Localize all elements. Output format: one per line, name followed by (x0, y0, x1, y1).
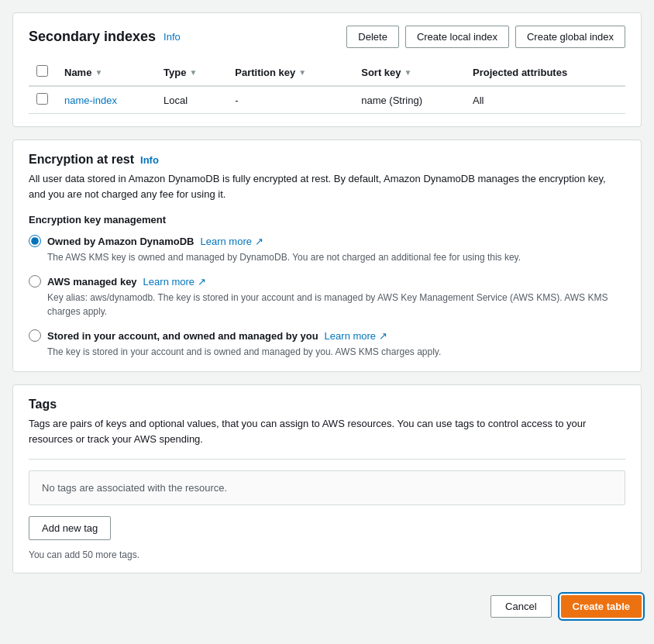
create-global-index-button[interactable]: Create global index (515, 26, 625, 48)
name-sort-arrow: ▼ (95, 68, 102, 77)
index-name-link[interactable]: name-index (64, 95, 117, 106)
header-actions: Delete Create local index Create global … (346, 26, 625, 48)
encryption-radio-owned[interactable] (29, 235, 41, 247)
tags-note: You can add 50 more tags. (29, 549, 139, 560)
index-sort-key-cell: name (String) (353, 86, 465, 114)
tags-divider (29, 459, 625, 460)
encryption-option-account: Stored in your account, and owned and ma… (29, 329, 625, 359)
encryption-owned-label: Owned by Amazon DynamoDB (47, 236, 194, 247)
index-type-cell: Local (156, 86, 227, 114)
partition-key-sort-arrow: ▼ (298, 68, 306, 77)
encryption-account-label: Stored in your account, and owned and ma… (47, 330, 318, 342)
encryption-title: Encryption at rest Info (29, 153, 625, 167)
encryption-aws-label: AWS managed key (47, 276, 137, 288)
index-projected-attributes-cell: All (465, 86, 625, 114)
delete-button[interactable]: Delete (346, 26, 399, 48)
encryption-owned-desc: The AWS KMS key is owned and managed by … (29, 250, 625, 264)
cancel-button[interactable]: Cancel (490, 595, 551, 618)
key-management-label: Encryption key management (29, 214, 625, 226)
encryption-aws-learn-more[interactable]: Learn more ↗ (143, 276, 206, 288)
sort-key-sort-arrow: ▼ (404, 68, 412, 77)
col-name: Name ▼ (57, 59, 156, 86)
encryption-option-aws-managed: AWS managed key Learn more ↗ Key alias: … (29, 275, 625, 319)
select-all-col (29, 59, 57, 86)
col-projected-attributes: Projected attributes (465, 59, 625, 86)
secondary-indexes-info-link[interactable]: Info (164, 31, 181, 43)
index-partition-key-cell: - (227, 86, 353, 114)
select-all-checkbox[interactable] (36, 65, 48, 77)
encryption-options: Owned by Amazon DynamoDB Learn more ↗ Th… (29, 235, 625, 359)
encryption-radio-aws-managed[interactable] (29, 275, 41, 288)
encryption-owned-learn-more[interactable]: Learn more ↗ (200, 236, 263, 247)
add-new-tag-button[interactable]: Add new tag (29, 516, 111, 540)
secondary-indexes-title: Secondary indexes (29, 29, 156, 45)
tags-title: Tags (29, 398, 625, 412)
secondary-indexes-section: Secondary indexes Info Delete Create loc… (12, 12, 642, 127)
encryption-aws-desc: Key alias: aws/dynamodb. The key is stor… (29, 291, 625, 319)
create-local-index-button[interactable]: Create local index (405, 26, 509, 48)
encryption-description: All user data stored in Amazon DynamoDB … (29, 171, 625, 201)
encryption-account-learn-more[interactable]: Learn more ↗ (325, 330, 387, 342)
tags-section: Tags Tags are pairs of keys and optional… (12, 384, 642, 573)
col-partition-key: Partition key ▼ (227, 59, 353, 86)
create-table-button[interactable]: Create table (561, 595, 642, 618)
encryption-account-desc: The key is stored in your account and is… (29, 345, 625, 359)
section-header: Secondary indexes Info Delete Create loc… (29, 26, 625, 48)
indexes-table: Name ▼ Type ▼ Partition key ▼ (29, 59, 625, 114)
encryption-info-link[interactable]: Info (140, 154, 159, 166)
page-footer: Cancel Create table (0, 586, 654, 627)
encryption-section: Encryption at rest Info All user data st… (12, 139, 642, 372)
encryption-option-owned: Owned by Amazon DynamoDB Learn more ↗ Th… (29, 235, 625, 264)
col-type: Type ▼ (156, 59, 227, 86)
col-sort-key: Sort key ▼ (353, 59, 465, 86)
row-checkbox[interactable] (36, 93, 48, 105)
table-row: name-index Local - name (String) All (29, 86, 625, 114)
tags-description: Tags are pairs of keys and optional valu… (29, 416, 625, 446)
tags-empty-message: No tags are associated with the resource… (29, 470, 625, 505)
type-sort-arrow: ▼ (189, 68, 197, 77)
encryption-radio-account[interactable] (29, 329, 41, 342)
